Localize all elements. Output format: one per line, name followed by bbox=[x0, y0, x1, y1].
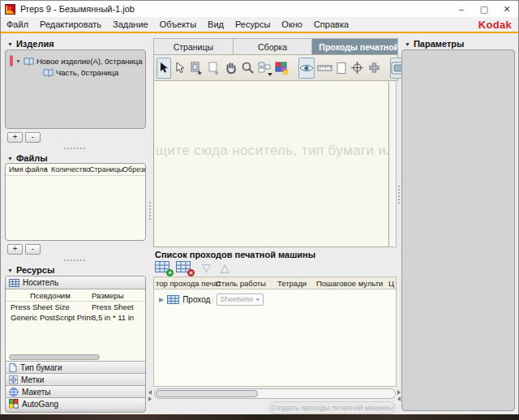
column-header-colors[interactable]: Ц bbox=[388, 279, 394, 288]
resources-section-autogang[interactable]: AutoGang bbox=[6, 397, 145, 409]
pan-tool-button[interactable] bbox=[223, 58, 238, 79]
resources-section-label: Макеты bbox=[22, 388, 51, 396]
crosshair-icon bbox=[350, 61, 364, 75]
sort-ascending-icon[interactable]: ▲ bbox=[43, 165, 49, 171]
splitter-handle[interactable] bbox=[398, 186, 400, 204]
move-down-button[interactable]: ▽ bbox=[202, 262, 211, 273]
column-header-alias[interactable]: Псевдоним bbox=[6, 291, 92, 300]
move-up-button[interactable]: △ bbox=[221, 262, 229, 273]
tab-press-runs[interactable]: Проходы печатной маши bbox=[312, 39, 397, 54]
resources-section-marks[interactable]: Метки bbox=[6, 373, 145, 385]
close-button[interactable]: ✕ bbox=[495, 1, 518, 17]
title-bar: Preps 9 - Безымянный-1.job – ▢ ✕ bbox=[1, 1, 518, 17]
products-panel-header[interactable]: ▼ Изделия bbox=[7, 39, 54, 49]
resources-section-label: Носитель bbox=[23, 278, 58, 287]
resources-panel-header[interactable]: ▼ Ресурсы bbox=[7, 265, 54, 275]
column-header-step-repeat[interactable]: Пошаговое мульти bbox=[316, 279, 383, 288]
fit-arrows-icon bbox=[367, 61, 381, 75]
column-header-quantity[interactable]: Количество bbox=[51, 165, 90, 174]
expand-right-icon[interactable] bbox=[148, 396, 152, 401]
delete-press-run-button[interactable]: × bbox=[176, 261, 192, 274]
column-header-work-style[interactable]: Стиль работы bbox=[216, 279, 266, 288]
resources-panel-title: Ресурсы bbox=[16, 265, 54, 275]
resources-section-media[interactable]: Носитель bbox=[6, 276, 145, 289]
duplicate-page-tool-button[interactable] bbox=[189, 58, 204, 79]
menu-objects[interactable]: Объекты bbox=[154, 17, 202, 32]
row-expand-icon[interactable]: ▶ bbox=[159, 296, 164, 303]
layout-canvas[interactable]: щите сюда носитель, тип бумаги или ц bbox=[153, 81, 389, 247]
create-press-runs-button[interactable]: Создать проходы печатной машины bbox=[268, 401, 396, 414]
press-run-table-body: ▶ Проход пе Sheetwise ▼ bbox=[153, 289, 397, 387]
remove-file-button[interactable]: - bbox=[25, 244, 41, 255]
ruler-toggle-button[interactable] bbox=[316, 58, 333, 79]
maximize-button[interactable]: ▢ bbox=[473, 1, 495, 17]
column-header-trim[interactable]: Обрезк bbox=[122, 165, 146, 174]
menu-view[interactable]: Вид bbox=[202, 17, 229, 32]
media-size: Press Sheet bbox=[92, 302, 142, 311]
resources-section-templates[interactable]: Макеты bbox=[6, 385, 145, 397]
wizard-button[interactable] bbox=[274, 58, 290, 79]
screen: Preps 9 - Безымянный-1.job – ▢ ✕ Файл Ре… bbox=[0, 0, 519, 420]
resources-section-paper-type[interactable]: Тип бумаги bbox=[6, 361, 145, 373]
app-window: Preps 9 - Безымянный-1.job – ▢ ✕ Файл Ре… bbox=[0, 0, 519, 415]
product-color-marker bbox=[10, 55, 13, 66]
menu-job[interactable]: Задание bbox=[107, 17, 154, 32]
tab-pages[interactable]: Страницы bbox=[154, 39, 234, 54]
canvas-vertical-scrollbar[interactable] bbox=[389, 81, 397, 247]
menu-resources[interactable]: Ресурсы bbox=[229, 17, 276, 32]
select-tool-button[interactable] bbox=[157, 58, 171, 79]
add-file-button[interactable]: + bbox=[7, 244, 23, 255]
media-horizontal-scrollbar[interactable] bbox=[7, 354, 144, 361]
expand-right-icon[interactable] bbox=[397, 390, 401, 395]
column-header-press-run-name[interactable]: тор прохода печат bbox=[156, 279, 221, 288]
menu-edit[interactable]: Редактировать bbox=[34, 17, 107, 32]
press-run-row[interactable]: ▶ Проход пе Sheetwise ▼ bbox=[154, 291, 396, 307]
menu-window[interactable]: Окно bbox=[276, 17, 308, 32]
menu-bar: Файл Редактировать Задание Объекты Вид Р… bbox=[1, 17, 518, 33]
media-row[interactable]: Generic PostScript Printer 8,5 in * 11 i… bbox=[6, 312, 145, 323]
splitter-handle[interactable] bbox=[64, 148, 85, 149]
files-panel-title: Файлы bbox=[16, 153, 48, 163]
sheet-toggle-button[interactable] bbox=[335, 58, 348, 79]
page-tool-button[interactable] bbox=[206, 58, 221, 79]
work-style-dropdown[interactable]: Sheetwise ▼ bbox=[217, 294, 264, 306]
direct-select-tool-button[interactable] bbox=[173, 58, 187, 79]
tree-collapse-icon[interactable]: ▼ bbox=[15, 58, 21, 64]
tab-assembly[interactable]: Сборка bbox=[234, 39, 313, 54]
media-grid-icon bbox=[9, 279, 19, 287]
column-header-filename[interactable]: Имя файла bbox=[9, 165, 48, 174]
files-panel-header[interactable]: ▼ Файлы bbox=[7, 153, 48, 163]
scrollbar-thumb[interactable] bbox=[156, 390, 258, 397]
templates-grid-icon bbox=[9, 388, 19, 396]
preview-toggle-button[interactable] bbox=[298, 58, 315, 79]
column-header-size[interactable]: Размеры bbox=[92, 291, 142, 300]
window-controls: – ▢ ✕ bbox=[450, 1, 518, 17]
splitter-handle[interactable] bbox=[64, 259, 85, 261]
menu-help[interactable]: Справка bbox=[308, 17, 354, 32]
media-row[interactable]: Press Sheet Size Press Sheet bbox=[6, 302, 145, 312]
zoom-tool-button[interactable] bbox=[240, 58, 255, 79]
remove-product-button[interactable]: - bbox=[25, 132, 41, 143]
plus-badge-icon: + bbox=[166, 269, 174, 276]
add-press-run-button[interactable]: + bbox=[155, 261, 171, 274]
product-tree-item[interactable]: ▼ Новое изделие(А), 0страница bbox=[10, 55, 143, 66]
add-product-button[interactable]: + bbox=[7, 132, 23, 143]
layout-mode-button[interactable] bbox=[257, 58, 272, 79]
collapse-left-icon[interactable] bbox=[148, 390, 152, 395]
dropdown-caret-icon bbox=[268, 73, 272, 76]
minimize-button[interactable]: – bbox=[450, 1, 473, 17]
column-header-signatures[interactable]: Тетради bbox=[277, 279, 307, 288]
part-tree-item[interactable]: Часть, 0страница bbox=[43, 68, 118, 77]
collapse-left-icon[interactable] bbox=[397, 396, 401, 401]
hand-icon bbox=[224, 61, 238, 75]
column-header-pages[interactable]: Страницы bbox=[89, 165, 123, 174]
fit-view-button[interactable] bbox=[367, 58, 382, 79]
splitter-handle[interactable] bbox=[149, 202, 151, 220]
parameters-panel-header[interactable]: ▼ Параметры bbox=[405, 39, 464, 49]
scrollbar-thumb[interactable] bbox=[9, 354, 100, 360]
splitter-collapse-buttons[interactable] bbox=[148, 390, 152, 401]
menu-file[interactable]: Файл bbox=[1, 17, 34, 32]
press-run-horizontal-scrollbar[interactable] bbox=[154, 388, 396, 399]
center-marks-button[interactable] bbox=[350, 58, 365, 79]
collapse-triangle-icon: ▼ bbox=[405, 41, 410, 47]
